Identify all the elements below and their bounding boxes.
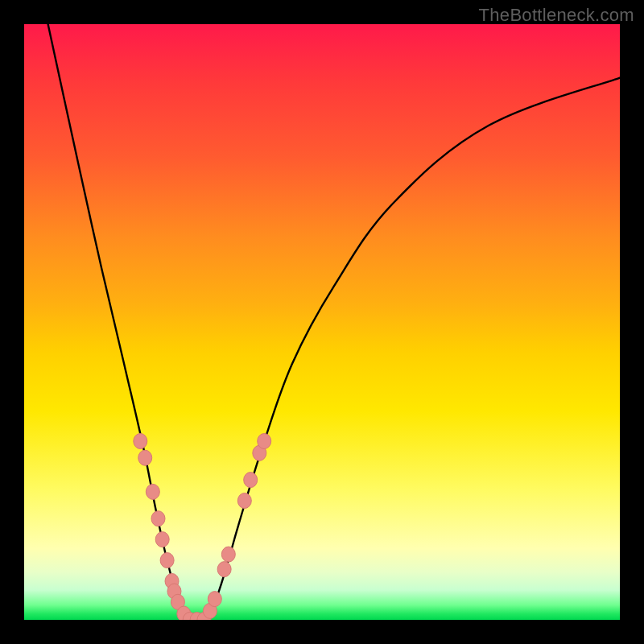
right-curve-path <box>203 78 620 620</box>
chart-frame: TheBottleneck.com <box>0 0 644 644</box>
chart-svg <box>24 24 620 620</box>
data-markers <box>134 434 271 621</box>
data-marker <box>160 553 174 568</box>
data-marker <box>155 532 169 547</box>
data-marker <box>237 493 251 509</box>
data-marker <box>134 434 147 449</box>
data-marker <box>146 484 159 499</box>
left-curve-path <box>48 24 203 620</box>
data-marker <box>208 592 221 607</box>
data-marker <box>151 511 165 526</box>
data-marker <box>244 473 258 488</box>
plot-area <box>24 24 620 620</box>
data-marker <box>217 562 231 577</box>
watermark-text: TheBottleneck.com <box>479 5 634 26</box>
data-marker <box>221 547 235 562</box>
data-marker <box>138 450 152 465</box>
data-marker <box>258 434 271 449</box>
